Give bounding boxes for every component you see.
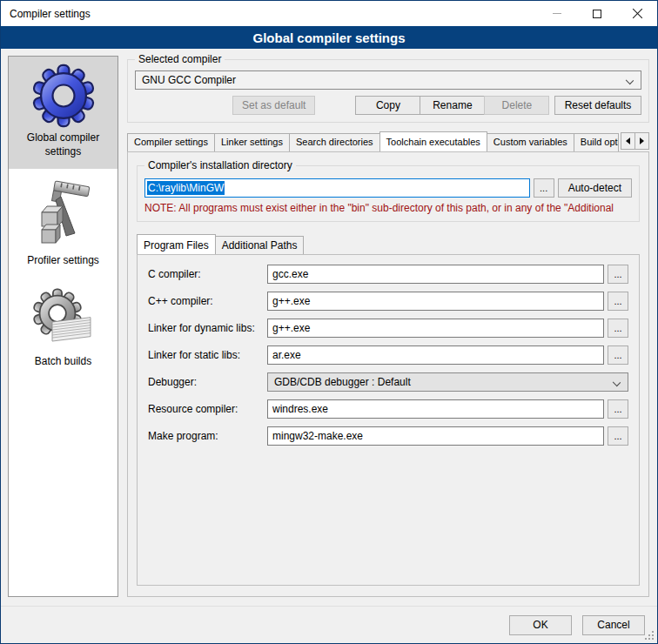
programs-tabstrip: Program Files Additional Paths xyxy=(137,233,640,254)
compiler-settings-dialog: { "window": { "title": "Compiler setting… xyxy=(0,0,658,644)
delete-button: Delete xyxy=(484,96,549,115)
set-as-default-button: Set as default xyxy=(232,96,315,115)
compiler-select-value: GNU GCC Compiler xyxy=(142,74,236,86)
rename-button[interactable]: Rename xyxy=(420,96,485,115)
compiler-actions: Set as default Copy Rename Delete Reset … xyxy=(135,96,641,115)
close-button[interactable] xyxy=(617,1,657,26)
sidebar-item-label: Batch builds xyxy=(35,355,91,369)
toolchain-executables-panel: Compiler's installation directory C:\ray… xyxy=(127,151,649,597)
dialog-header: Global compiler settings xyxy=(1,26,657,49)
browse-dynamic-linker-button[interactable]: ... xyxy=(608,319,628,338)
browse-static-linker-button[interactable]: ... xyxy=(608,345,628,365)
arrow-right-icon xyxy=(640,138,644,144)
window-controls xyxy=(537,1,657,26)
tab-scroll-left-button[interactable] xyxy=(621,132,635,150)
sidebar-item-global-compiler-settings[interactable]: Global compiler settings xyxy=(9,57,118,169)
field-label: Linker for dynamic libs: xyxy=(148,322,264,334)
minimize-button xyxy=(537,1,577,26)
tab-scroll-right-button[interactable] xyxy=(634,132,649,150)
tab-custom-variables[interactable]: Custom variables xyxy=(487,133,574,151)
selected-compiler-group: Selected compiler GNU GCC Compiler Set a… xyxy=(127,59,649,123)
static-linker-input[interactable] xyxy=(267,345,604,365)
browse-c-compiler-button[interactable]: ... xyxy=(608,265,628,284)
debugger-select[interactable]: GDB/CDB debugger : Default xyxy=(267,372,628,392)
dynamic-linker-input[interactable] xyxy=(267,319,604,338)
browse-make-program-button[interactable]: ... xyxy=(608,426,628,446)
chevron-down-icon xyxy=(626,77,634,84)
installation-directory-row: C:\raylib\MinGW ... Auto-detect xyxy=(144,178,632,198)
blue-gear-icon xyxy=(31,64,96,128)
compiler-select[interactable]: GNU GCC Compiler xyxy=(135,70,641,90)
browse-resource-compiler-button[interactable]: ... xyxy=(608,399,628,419)
browse-cpp-compiler-button[interactable]: ... xyxy=(608,292,628,311)
resource-compiler-input[interactable] xyxy=(267,399,604,419)
maximize-button[interactable] xyxy=(577,1,617,26)
tab-scroll-buttons xyxy=(621,132,649,150)
field-row-cpp-compiler: C++ compiler: ... xyxy=(148,292,628,311)
installation-directory-group: Compiler's installation directory C:\ray… xyxy=(137,165,640,222)
dialog-footer: OK Cancel xyxy=(1,606,657,643)
sidebar-item-profiler-settings[interactable]: Profiler settings xyxy=(9,169,118,278)
tab-search-directories[interactable]: Search directories xyxy=(289,133,380,151)
tab-toolchain-executables[interactable]: Toolchain executables xyxy=(379,131,487,151)
field-label: C++ compiler: xyxy=(148,295,264,307)
titlebar: Compiler settings xyxy=(1,1,657,26)
field-row-resource-compiler: Resource compiler: ... xyxy=(148,399,628,419)
settings-tabstrip: Compiler settings Linker settings Search… xyxy=(127,131,649,151)
field-label: Resource compiler: xyxy=(148,403,264,415)
maximize-icon xyxy=(593,10,601,18)
c-compiler-input[interactable] xyxy=(267,265,604,284)
sidebar-item-batch-builds[interactable]: Batch builds xyxy=(9,278,118,379)
field-label: C compiler: xyxy=(148,268,264,280)
field-label: Linker for static libs: xyxy=(148,349,264,361)
tab-build-options[interactable]: Build options xyxy=(574,133,619,151)
field-row-c-compiler: C compiler: ... xyxy=(148,265,628,284)
tab-program-files[interactable]: Program Files xyxy=(137,234,216,254)
field-label: Make program: xyxy=(148,430,264,442)
field-row-static-linker: Linker for static libs: ... xyxy=(148,345,628,365)
page-title: Global compiler settings xyxy=(252,30,405,45)
copy-button[interactable]: Copy xyxy=(355,96,420,115)
installation-note: NOTE: All programs must exist either in … xyxy=(144,202,632,214)
ok-button[interactable]: OK xyxy=(509,615,572,635)
resize-grip[interactable] xyxy=(652,638,654,640)
arrow-left-icon xyxy=(626,138,630,144)
field-label: Debugger: xyxy=(148,376,264,388)
gear-stack-icon xyxy=(31,285,96,352)
tab-linker-settings[interactable]: Linker settings xyxy=(214,133,290,151)
close-icon xyxy=(632,8,643,19)
reset-defaults-button[interactable]: Reset defaults xyxy=(554,96,641,115)
caliper-icon xyxy=(31,176,96,251)
tab-compiler-settings[interactable]: Compiler settings xyxy=(127,133,215,151)
field-row-debugger: Debugger: GDB/CDB debugger : Default xyxy=(148,372,628,392)
make-program-input[interactable] xyxy=(267,426,604,446)
selected-text: C:\raylib\MinGW xyxy=(147,181,225,195)
field-row-dynamic-linker: Linker for dynamic libs: ... xyxy=(148,319,628,338)
dialog-content: Global compiler settings xyxy=(1,49,657,606)
group-legend: Compiler's installation directory xyxy=(144,159,296,171)
settings-category-list: Global compiler settings xyxy=(8,56,118,597)
browse-directory-button[interactable]: ... xyxy=(534,178,554,198)
installation-directory-input[interactable]: C:\raylib\MinGW xyxy=(144,178,530,198)
cancel-button[interactable]: Cancel xyxy=(582,615,645,635)
auto-detect-button[interactable]: Auto-detect xyxy=(558,178,632,198)
group-legend: Selected compiler xyxy=(135,53,225,65)
debugger-select-value: GDB/CDB debugger : Default xyxy=(274,376,411,388)
sidebar-item-label: Profiler settings xyxy=(27,254,99,268)
minimize-icon xyxy=(553,13,561,14)
chevron-down-icon xyxy=(613,379,621,386)
window-title: Compiler settings xyxy=(1,8,91,20)
main-panel: Selected compiler GNU GCC Compiler Set a… xyxy=(127,56,649,597)
program-files-panel: C compiler: ... C++ compiler: ... Linker… xyxy=(137,254,640,586)
sidebar-item-label: Global compiler settings xyxy=(12,131,114,158)
cpp-compiler-input[interactable] xyxy=(267,292,604,311)
field-row-make-program: Make program: ... xyxy=(148,426,628,446)
tab-additional-paths[interactable]: Additional Paths xyxy=(215,236,305,254)
